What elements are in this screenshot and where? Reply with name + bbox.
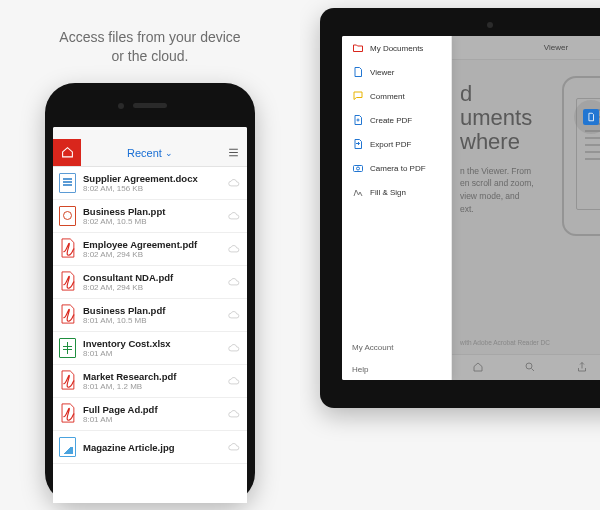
home-icon: [61, 146, 74, 159]
list-view-icon: [227, 146, 240, 159]
cloud-icon: [227, 409, 241, 419]
pdf-icon: [59, 304, 76, 326]
file-name: Market Research.pdf: [83, 371, 221, 382]
view-toggle-button[interactable]: [219, 139, 247, 166]
home-button[interactable]: [53, 139, 81, 166]
phone-speaker: [133, 103, 167, 108]
file-row[interactable]: Business Plan.pdf8:01 AM, 10.5 MB: [53, 299, 247, 332]
pdf-icon: [59, 238, 76, 260]
word-icon: [59, 173, 76, 193]
file-icon: [352, 66, 364, 78]
left-caption: Access files from your device or the clo…: [59, 28, 240, 73]
file-meta: 8:02 AM, 10.5 MB: [83, 217, 221, 226]
comment-icon: [352, 90, 364, 102]
chevron-down-icon: ⌄: [165, 148, 173, 158]
phone-toolbar: Recent ⌄: [53, 139, 247, 167]
file-meta: 8:01 AM, 10.5 MB: [83, 316, 221, 325]
left-pane: Access files from your device or the clo…: [0, 0, 300, 510]
toolbar-title: Recent: [127, 147, 162, 159]
file-name: Inventory Cost.xlsx: [83, 338, 221, 349]
pdf-icon: [59, 403, 76, 425]
sidebar-item-label: Viewer: [370, 68, 394, 77]
file-name: Consultant NDA.pdf: [83, 272, 221, 283]
sidebar-item-label: Camera to PDF: [370, 164, 426, 173]
file-row[interactable]: Employee Agreement.pdf8:02 AM, 294 KB: [53, 233, 247, 266]
recent-dropdown[interactable]: Recent ⌄: [81, 139, 219, 166]
sidebar-item-folder[interactable]: My Documents: [342, 36, 451, 60]
file-row[interactable]: Full Page Ad.pdf8:01 AM: [53, 398, 247, 431]
phone-screen: Recent ⌄ Supplier Agreement.docx8:02 AM,…: [53, 127, 247, 503]
tablet-main: Viewer Undo dumentswhere n the Viewer. F…: [452, 36, 600, 380]
file-meta: 8:01 AM, 1.2 MB: [83, 382, 221, 391]
folder-icon: [352, 42, 364, 54]
phone-status-bar: [53, 127, 247, 139]
file-row[interactable]: Business Plan.ppt8:02 AM, 10.5 MB: [53, 200, 247, 233]
sidebar-bottom-item[interactable]: My Account: [342, 336, 451, 358]
camera-icon: [352, 162, 364, 174]
file-row[interactable]: Consultant NDA.pdf8:02 AM, 294 KB: [53, 266, 247, 299]
file-meta: 8:01 AM: [83, 415, 221, 424]
pdf-icon: [59, 370, 76, 392]
create-icon: [352, 114, 364, 126]
sidebar-item-label: Comment: [370, 92, 405, 101]
cloud-icon: [227, 343, 241, 353]
svg-point-1: [357, 167, 360, 170]
file-meta: 8:02 AM, 156 KB: [83, 184, 221, 193]
cloud-icon: [227, 244, 241, 254]
svg-rect-0: [354, 166, 363, 172]
export-icon: [352, 138, 364, 150]
cloud-icon: [227, 178, 241, 188]
tablet-screen: My DocumentsViewerCommentCreate PDFExpor…: [342, 36, 600, 380]
tablet-frame: My DocumentsViewerCommentCreate PDFExpor…: [320, 8, 600, 408]
file-name: Supplier Agreement.docx: [83, 173, 221, 184]
phone-frame: Recent ⌄ Supplier Agreement.docx8:02 AM,…: [45, 83, 255, 503]
sidebar-bottom-label: Help: [352, 365, 368, 374]
file-meta: 8:02 AM, 294 KB: [83, 283, 221, 292]
cloud-icon: [227, 376, 241, 386]
file-row[interactable]: Market Research.pdf8:01 AM, 1.2 MB: [53, 365, 247, 398]
file-name: Full Page Ad.pdf: [83, 404, 221, 415]
file-row[interactable]: Supplier Agreement.docx8:02 AM, 156 KB: [53, 167, 247, 200]
ppt-icon: [59, 206, 76, 226]
phone-camera-dot: [118, 103, 124, 109]
cloud-icon: [227, 211, 241, 221]
sidebar-bottom-item[interactable]: Help: [342, 358, 451, 380]
cloud-icon: [227, 442, 241, 452]
file-name: Employee Agreement.pdf: [83, 239, 221, 250]
file-meta: 8:02 AM, 294 KB: [83, 250, 221, 259]
hero-badge[interactable]: [574, 100, 600, 134]
tablet-dim-overlay[interactable]: [452, 36, 600, 380]
sidebar-item-comment[interactable]: Comment: [342, 84, 451, 108]
file-name: Business Plan.pdf: [83, 305, 221, 316]
xls-icon: [59, 338, 76, 358]
sidebar-item-export[interactable]: Export PDF: [342, 132, 451, 156]
sidebar-item-label: My Documents: [370, 44, 423, 53]
sidebar-item-label: Create PDF: [370, 116, 412, 125]
file-row[interactable]: Inventory Cost.xlsx8:01 AM: [53, 332, 247, 365]
file-row[interactable]: Magazine Article.jpg: [53, 431, 247, 464]
sidebar-item-label: Export PDF: [370, 140, 411, 149]
sidebar-item-create[interactable]: Create PDF: [342, 108, 451, 132]
img-icon: [59, 437, 76, 457]
document-icon: [583, 109, 599, 125]
sidebar-item-sign[interactable]: Fill & Sign: [342, 180, 451, 204]
file-name: Magazine Article.jpg: [83, 442, 221, 453]
right-pane: Easily find PDF tools. My DocumentsViewe…: [300, 0, 600, 510]
sidebar-item-label: Fill & Sign: [370, 188, 406, 197]
file-name: Business Plan.ppt: [83, 206, 221, 217]
pdf-icon: [59, 271, 76, 293]
sign-icon: [352, 186, 364, 198]
cloud-icon: [227, 310, 241, 320]
sidebar-bottom-label: My Account: [352, 343, 393, 352]
file-meta: 8:01 AM: [83, 349, 221, 358]
cloud-icon: [227, 277, 241, 287]
file-list: Supplier Agreement.docx8:02 AM, 156 KBBu…: [53, 167, 247, 464]
tablet-camera-dot: [487, 22, 493, 28]
sidebar-item-camera[interactable]: Camera to PDF: [342, 156, 451, 180]
tablet-sidebar: My DocumentsViewerCommentCreate PDFExpor…: [342, 36, 452, 380]
sidebar-item-file[interactable]: Viewer: [342, 60, 451, 84]
